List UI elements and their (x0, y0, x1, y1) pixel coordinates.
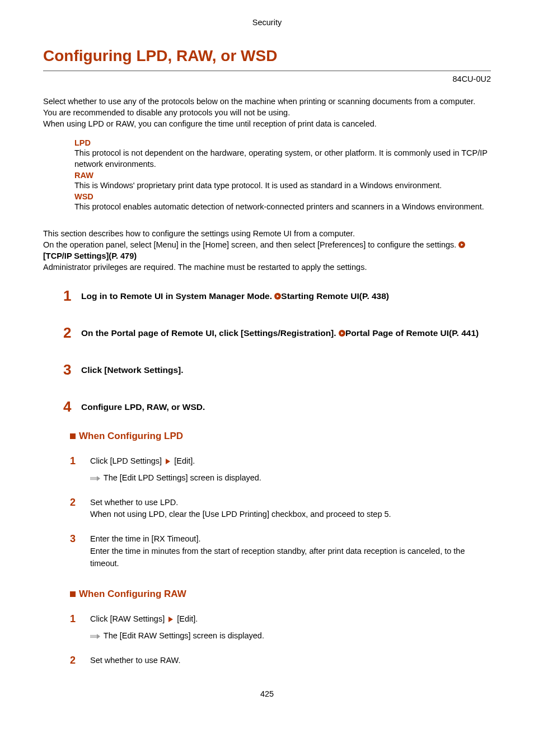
step-1-text: Log in to Remote UI in System Manager Mo… (81, 291, 274, 301)
raw-s1-result: The [Edit RAW Settings] screen is displa… (104, 631, 264, 640)
link-icon[interactable] (274, 293, 281, 300)
link-icon[interactable] (339, 330, 345, 337)
section-p2-text: On the operation panel, select [Menu] in… (43, 240, 458, 249)
step-1-body: Log in to Remote UI in System Manager Mo… (81, 288, 389, 302)
section-p2: On the operation panel, select [Menu] in… (43, 239, 491, 250)
svg-marker-11 (168, 617, 173, 622)
raw-subsection: When Configuring RAW 1 Click [RAW Settin… (70, 589, 491, 666)
section-p1: This section describes how to configure … (43, 228, 491, 239)
lpd-s1-line1a: Click [LPD Settings] (90, 456, 164, 465)
lpd-step-2: 2 Set whether to use LPD. When not using… (70, 497, 491, 521)
lpd-step-2-num: 2 (70, 497, 78, 509)
square-bullet-icon (70, 433, 76, 439)
step-1: 1 Log in to Remote UI in System Manager … (63, 288, 491, 303)
revision-code: 84CU-0U2 (43, 74, 491, 83)
lpd-step-1-num: 1 (70, 455, 78, 468)
proto-lpd-desc: This protocol is not dependent on the ha… (74, 147, 491, 170)
step-1-num: 1 (63, 288, 73, 303)
page-number: 425 (43, 689, 491, 698)
raw-s1-line1a: Click [RAW Settings] (90, 614, 167, 623)
step-2-link[interactable]: Portal Page of Remote UI(P. 441) (345, 328, 479, 338)
step-3: 3 Click [Network Settings]. (63, 362, 491, 377)
raw-s2-line1: Set whether to use RAW. (90, 655, 180, 667)
svg-marker-15 (97, 634, 100, 639)
proto-raw-desc: This is Windows' proprietary print data … (74, 180, 491, 191)
step-2-text: On the Portal page of Remote UI, click [… (81, 328, 339, 338)
raw-step-1-num: 1 (70, 613, 78, 626)
square-bullet-icon (70, 591, 76, 597)
step-2-num: 2 (63, 325, 73, 340)
svg-marker-6 (166, 459, 170, 464)
lpd-s3-line1: Enter the time in [RX Timeout]. (90, 533, 491, 545)
lpd-step-1-body: Click [LPD Settings] [Edit]. The [Edit L… (90, 455, 261, 484)
raw-sub-title: When Configuring RAW (79, 589, 186, 600)
raw-step-1-body: Click [RAW Settings] [Edit]. The [Edit R… (90, 613, 264, 642)
step-1-link[interactable]: Starting Remote UI(P. 438) (281, 291, 389, 301)
lpd-sub-title: When Configuring LPD (79, 431, 183, 442)
step-4-num: 4 (63, 399, 73, 414)
proto-wsd-title: WSD (74, 192, 491, 201)
lpd-s2-line2: When not using LPD, clear the [Use LPD P… (90, 508, 391, 521)
intro-p1: Select whether to use any of the protoco… (43, 96, 491, 107)
raw-s1-line1b: [Edit]. (175, 614, 198, 623)
raw-step-2: 2 Set whether to use RAW. (70, 655, 491, 667)
lpd-step-3: 3 Enter the time in [RX Timeout]. Enter … (70, 533, 491, 570)
proto-raw-title: RAW (74, 171, 491, 180)
step-2-body: On the Portal page of Remote UI, click [… (81, 325, 479, 339)
svg-marker-10 (97, 476, 100, 481)
triangle-separator-icon (166, 459, 170, 464)
raw-step-2-body: Set whether to use RAW. (90, 655, 180, 667)
arrow-result-icon (90, 634, 100, 639)
lpd-step-3-body: Enter the time in [RX Timeout]. Enter th… (90, 533, 491, 570)
proto-wsd-desc: This protocol enables automatic detectio… (74, 201, 491, 212)
step-4-body: Configure LPD, RAW, or WSD. (81, 399, 205, 413)
step-3-body: Click [Network Settings]. (81, 362, 184, 376)
lpd-step-2-body: Set whether to use LPD. When not using L… (90, 497, 391, 521)
lpd-title-row: When Configuring LPD (70, 431, 491, 442)
triangle-separator-icon (168, 617, 173, 622)
lpd-s2-line1: Set whether to use LPD. (90, 497, 391, 509)
proto-lpd-title: LPD (74, 138, 491, 147)
step-4: 4 Configure LPD, RAW, or WSD. (63, 399, 491, 414)
lpd-s3-line2: Enter the time in minutes from the start… (90, 545, 491, 570)
intro-p2: You are recommended to disable any proto… (43, 107, 491, 118)
page: Security Configuring LPD, RAW, or WSD 84… (0, 0, 534, 721)
lpd-step-1: 1 Click [LPD Settings] [Edit]. The [Edit… (70, 455, 491, 484)
lpd-subsection: When Configuring LPD 1 Click [LPD Settin… (70, 431, 491, 570)
section-p3: Administrator privileges are required. T… (43, 262, 491, 273)
raw-step-2-num: 2 (70, 655, 78, 667)
section-description: This section describes how to configure … (43, 228, 491, 273)
lpd-step-3-num: 3 (70, 533, 78, 545)
link-icon[interactable] (458, 241, 465, 248)
main-steps: 1 Log in to Remote UI in System Manager … (63, 288, 491, 414)
section-header: Security (43, 18, 491, 27)
lpd-s1-result: The [Edit LPD Settings] screen is displa… (104, 473, 261, 482)
step-3-num: 3 (63, 362, 73, 377)
intro-block: Select whether to use any of the protoco… (43, 96, 491, 129)
raw-title-row: When Configuring RAW (70, 589, 491, 600)
lpd-s1-line1b: [Edit]. (172, 456, 195, 465)
step-2: 2 On the Portal page of Remote UI, click… (63, 325, 491, 340)
arrow-result-icon (90, 476, 100, 481)
intro-p3: When using LPD or RAW, you can configure… (43, 118, 491, 129)
page-title: Configuring LPD, RAW, or WSD (43, 47, 491, 71)
section-link-1[interactable]: [TCP/IP Settings](P. 479) (43, 250, 491, 262)
protocol-definitions: LPD This protocol is not dependent on th… (74, 138, 491, 212)
raw-step-1: 1 Click [RAW Settings] [Edit]. The [Edit… (70, 613, 491, 642)
